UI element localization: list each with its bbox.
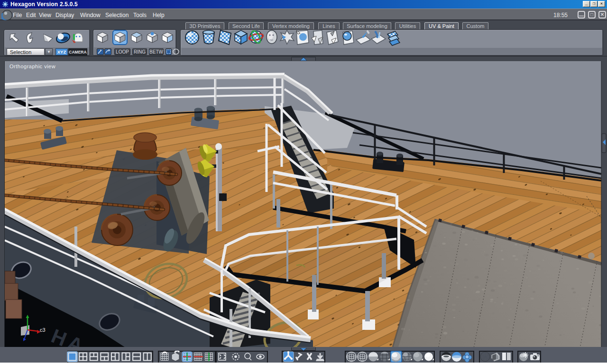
- svg-text:c3: c3: [40, 327, 46, 333]
- svg-text:Orthographic view: Orthographic view: [9, 64, 55, 69]
